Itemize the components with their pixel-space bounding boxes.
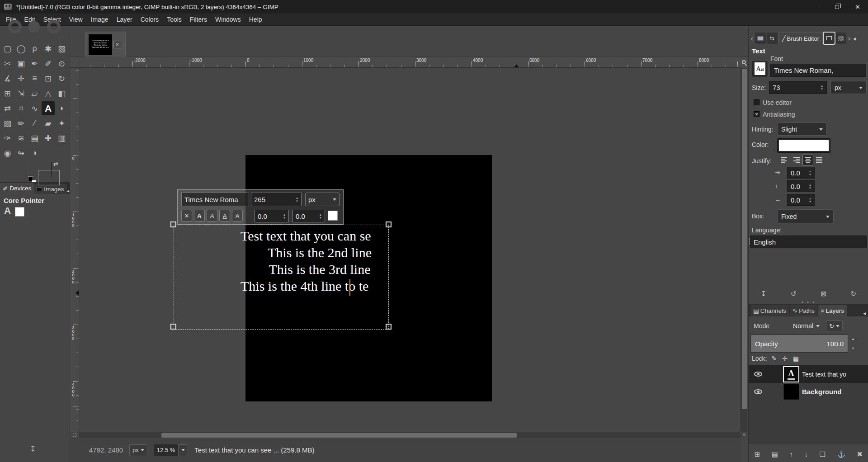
float-font-input[interactable]: Times New Roma [181,193,249,206]
tool-paintbrush[interactable]: ∕ [28,116,41,130]
tab-channels[interactable]: ▤Channels [750,305,789,316]
duplicate-layer-button[interactable]: ❏ [819,450,825,458]
tool-flip[interactable]: ⇄ [1,101,14,115]
lock-position-icon[interactable]: ✛ [782,355,788,362]
menu-image[interactable]: Image [87,14,113,25]
mode-value[interactable]: Normal [793,322,813,330]
raise-layer-button[interactable]: ↑ [789,450,793,458]
tool-airbrush[interactable]: ✦ [55,116,68,130]
justify-center-button[interactable] [802,155,813,165]
minimize-button[interactable] [806,0,826,14]
menu-view[interactable]: View [65,14,87,25]
size-spinner[interactable]: ▲▼ [821,85,823,90]
delete-options-icon[interactable]: ⊠ [821,290,826,298]
reset-options-icon[interactable]: ↻ [851,290,857,298]
box-dropdown[interactable]: Fixed [777,209,834,223]
save-options-icon[interactable]: ↧ [761,290,767,298]
layer-thumbnail[interactable] [783,384,799,400]
italic-button[interactable]: A [207,210,217,222]
tool-eraser[interactable]: ▰ [42,116,55,130]
tab-images-dock[interactable] [755,33,766,44]
chevron-right-icon[interactable]: › [847,35,851,42]
tool-fuzzy-select[interactable]: ✱ [42,42,55,56]
unit-dropdown[interactable]: px [129,444,147,456]
horizontal-scrollbar[interactable] [79,432,741,438]
dock-menu-icon[interactable]: ◂ [67,188,70,194]
restore-options-icon[interactable]: ↺ [791,290,797,298]
antialiasing-checkbox[interactable]: ✕ [754,111,760,117]
delete-layer-button[interactable]: ✖ [857,450,863,458]
dock-arrow-icon[interactable]: ◂ [852,35,857,42]
language-input[interactable]: English [750,236,867,248]
layer-name[interactable]: Background [802,388,842,396]
lock-pixels-icon[interactable]: ✎ [771,355,777,362]
menu-layer[interactable]: Layer [113,14,137,25]
tool-perspective-clone[interactable]: ▥ [55,131,68,145]
tab-tool-options[interactable] [824,33,835,44]
tool-paths[interactable]: ✒ [28,57,41,71]
justify-right-button[interactable] [791,155,802,165]
letter-spacing-input[interactable]: 0.0▲▼ [787,194,815,206]
layer-name[interactable]: Test text that yo [802,371,846,378]
indent-spinner[interactable]: ▲▼ [809,170,811,176]
tab-paths[interactable]: ∿Paths [790,305,817,316]
tab-devices[interactable]: ✐ Devices [0,183,34,194]
indent-input[interactable]: 0.0▲▼ [787,167,815,179]
tool-text[interactable]: A [42,101,55,115]
size-unit-dropdown[interactable]: px [830,81,867,94]
restore-button[interactable] [826,0,847,14]
tool-smudge[interactable]: ↬ [14,146,28,160]
lower-layer-button[interactable]: ↓ [804,450,808,458]
justify-fill-button[interactable] [814,155,825,165]
menu-colors[interactable]: Colors [137,14,163,25]
size-spinner[interactable]: ▲▼ [296,197,298,203]
hinting-dropdown[interactable]: Slight [777,123,827,136]
underline-button[interactable]: A [219,210,230,222]
text-box-outline[interactable] [174,225,389,330]
tool-perspective[interactable]: △ [42,86,55,100]
tool-dodge-burn[interactable]: ◑ [28,146,41,160]
text-color-button[interactable] [777,138,830,153]
tool-mypaint-brush[interactable]: ≋ [14,131,28,145]
tool-rotate[interactable]: ↻ [55,71,68,85]
vertical-scrollbar[interactable] [741,68,747,432]
tool-move[interactable]: ✛ [14,71,28,85]
tool-blur-sharpen[interactable]: ◉ [1,146,14,160]
tool-color-picker[interactable]: ✐ [42,57,55,71]
save-device-status-icon[interactable]: ↧ [30,445,36,453]
tool-heal[interactable]: ✚ [42,131,55,145]
menu-windows[interactable]: Windows [211,14,245,25]
image-tab-close-icon[interactable]: ✕ [113,41,121,48]
font-preview-button[interactable]: Aa [752,60,768,77]
tool-bucket-fill[interactable]: ◗ [55,101,68,115]
opacity-stepper[interactable]: ▲▼ [850,335,856,353]
tab-patterns[interactable] [835,33,846,44]
use-editor-checkbox[interactable] [754,99,760,105]
float-baseline-input[interactable]: 0.0 ▲▼ [255,210,289,222]
tool-align[interactable]: ≡ [28,71,41,85]
navigation-button[interactable]: ✛ [741,432,747,438]
baseline-spinner[interactable]: ▲▼ [283,213,286,219]
anchor-layer-button[interactable]: ⚓ [837,450,845,458]
textbox-handle-top-right[interactable] [386,222,392,227]
layer-row-text[interactable]: A Test text that yo [749,365,868,383]
horizontal-scrollbar-thumb[interactable] [161,433,517,438]
layer-row-background[interactable]: Background [749,383,868,401]
tool-clone[interactable]: ▤ [28,131,41,145]
float-unit-dropdown[interactable]: px [305,193,340,206]
image-tab-thumbnail[interactable]: Test text that you can seThis is the 2nd… [89,34,112,55]
size-input[interactable]: 73 ▲▼ [769,81,827,94]
tool-unified-transform[interactable]: ⊞ [1,86,14,100]
tool-scale[interactable]: ⇲ [14,86,28,100]
tool-measure[interactable]: ∡ [1,71,14,85]
letter-spacing-spinner[interactable]: ▲▼ [809,197,811,203]
textbox-handle-bottom-right[interactable] [386,324,392,330]
strikethrough-button[interactable]: A [232,210,243,222]
vertical-scrollbar-thumb[interactable] [742,69,747,409]
tab-brush-editor[interactable]: ╱ Brush Editor [778,33,823,44]
tool-zoom[interactable]: ⊙ [55,57,68,71]
tool-pencil[interactable]: ✏ [14,116,28,130]
tool-foreground-select[interactable]: ▣ [14,57,28,71]
tab-images[interactable]: Images [34,184,66,194]
quick-mask-toggle[interactable] [70,432,79,438]
